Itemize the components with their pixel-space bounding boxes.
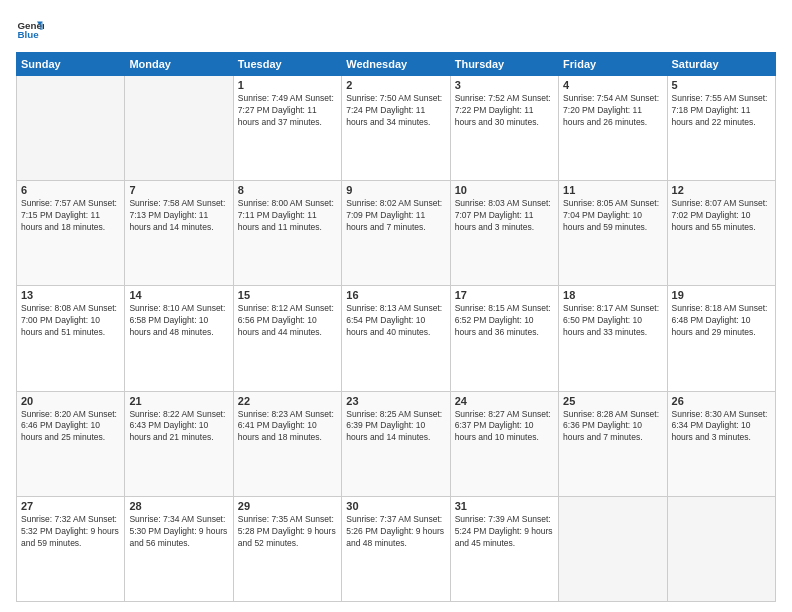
day-info: Sunrise: 7:34 AM Sunset: 5:30 PM Dayligh… — [129, 514, 228, 550]
calendar-cell: 15Sunrise: 8:12 AM Sunset: 6:56 PM Dayli… — [233, 286, 341, 391]
day-info: Sunrise: 8:02 AM Sunset: 7:09 PM Dayligh… — [346, 198, 445, 234]
day-number: 22 — [238, 395, 337, 407]
calendar-cell: 8Sunrise: 8:00 AM Sunset: 7:11 PM Daylig… — [233, 181, 341, 286]
day-info: Sunrise: 8:03 AM Sunset: 7:07 PM Dayligh… — [455, 198, 554, 234]
day-number: 19 — [672, 289, 771, 301]
day-number: 3 — [455, 79, 554, 91]
calendar-cell: 20Sunrise: 8:20 AM Sunset: 6:46 PM Dayli… — [17, 391, 125, 496]
calendar-week-row: 1Sunrise: 7:49 AM Sunset: 7:27 PM Daylig… — [17, 76, 776, 181]
day-info: Sunrise: 7:50 AM Sunset: 7:24 PM Dayligh… — [346, 93, 445, 129]
day-number: 26 — [672, 395, 771, 407]
calendar-week-row: 6Sunrise: 7:57 AM Sunset: 7:15 PM Daylig… — [17, 181, 776, 286]
day-number: 23 — [346, 395, 445, 407]
calendar-cell: 1Sunrise: 7:49 AM Sunset: 7:27 PM Daylig… — [233, 76, 341, 181]
day-info: Sunrise: 8:12 AM Sunset: 6:56 PM Dayligh… — [238, 303, 337, 339]
day-info: Sunrise: 7:54 AM Sunset: 7:20 PM Dayligh… — [563, 93, 662, 129]
day-number: 17 — [455, 289, 554, 301]
day-info: Sunrise: 8:22 AM Sunset: 6:43 PM Dayligh… — [129, 409, 228, 445]
calendar-cell: 14Sunrise: 8:10 AM Sunset: 6:58 PM Dayli… — [125, 286, 233, 391]
calendar-cell — [17, 76, 125, 181]
day-number: 9 — [346, 184, 445, 196]
calendar-cell: 4Sunrise: 7:54 AM Sunset: 7:20 PM Daylig… — [559, 76, 667, 181]
day-info: Sunrise: 8:18 AM Sunset: 6:48 PM Dayligh… — [672, 303, 771, 339]
calendar-cell: 28Sunrise: 7:34 AM Sunset: 5:30 PM Dayli… — [125, 496, 233, 601]
day-info: Sunrise: 8:00 AM Sunset: 7:11 PM Dayligh… — [238, 198, 337, 234]
weekday-header: Tuesday — [233, 53, 341, 76]
day-info: Sunrise: 8:30 AM Sunset: 6:34 PM Dayligh… — [672, 409, 771, 445]
day-number: 12 — [672, 184, 771, 196]
weekday-header: Wednesday — [342, 53, 450, 76]
day-number: 15 — [238, 289, 337, 301]
day-number: 1 — [238, 79, 337, 91]
weekday-header: Saturday — [667, 53, 775, 76]
calendar-cell: 23Sunrise: 8:25 AM Sunset: 6:39 PM Dayli… — [342, 391, 450, 496]
day-info: Sunrise: 8:05 AM Sunset: 7:04 PM Dayligh… — [563, 198, 662, 234]
calendar-week-row: 13Sunrise: 8:08 AM Sunset: 7:00 PM Dayli… — [17, 286, 776, 391]
calendar-cell: 11Sunrise: 8:05 AM Sunset: 7:04 PM Dayli… — [559, 181, 667, 286]
day-info: Sunrise: 7:52 AM Sunset: 7:22 PM Dayligh… — [455, 93, 554, 129]
day-number: 21 — [129, 395, 228, 407]
day-info: Sunrise: 8:17 AM Sunset: 6:50 PM Dayligh… — [563, 303, 662, 339]
day-info: Sunrise: 7:37 AM Sunset: 5:26 PM Dayligh… — [346, 514, 445, 550]
day-info: Sunrise: 8:15 AM Sunset: 6:52 PM Dayligh… — [455, 303, 554, 339]
calendar-cell: 30Sunrise: 7:37 AM Sunset: 5:26 PM Dayli… — [342, 496, 450, 601]
calendar-cell: 27Sunrise: 7:32 AM Sunset: 5:32 PM Dayli… — [17, 496, 125, 601]
weekday-header: Sunday — [17, 53, 125, 76]
day-number: 5 — [672, 79, 771, 91]
calendar-cell: 26Sunrise: 8:30 AM Sunset: 6:34 PM Dayli… — [667, 391, 775, 496]
calendar-week-row: 20Sunrise: 8:20 AM Sunset: 6:46 PM Dayli… — [17, 391, 776, 496]
day-number: 29 — [238, 500, 337, 512]
day-info: Sunrise: 8:13 AM Sunset: 6:54 PM Dayligh… — [346, 303, 445, 339]
day-info: Sunrise: 8:27 AM Sunset: 6:37 PM Dayligh… — [455, 409, 554, 445]
calendar-cell: 9Sunrise: 8:02 AM Sunset: 7:09 PM Daylig… — [342, 181, 450, 286]
header: General Blue — [16, 16, 776, 44]
day-number: 20 — [21, 395, 120, 407]
calendar-cell: 12Sunrise: 8:07 AM Sunset: 7:02 PM Dayli… — [667, 181, 775, 286]
day-number: 7 — [129, 184, 228, 196]
calendar-header-row: SundayMondayTuesdayWednesdayThursdayFrid… — [17, 53, 776, 76]
calendar-cell: 7Sunrise: 7:58 AM Sunset: 7:13 PM Daylig… — [125, 181, 233, 286]
day-number: 14 — [129, 289, 228, 301]
day-info: Sunrise: 7:49 AM Sunset: 7:27 PM Dayligh… — [238, 93, 337, 129]
weekday-header: Monday — [125, 53, 233, 76]
day-info: Sunrise: 8:25 AM Sunset: 6:39 PM Dayligh… — [346, 409, 445, 445]
calendar-cell: 16Sunrise: 8:13 AM Sunset: 6:54 PM Dayli… — [342, 286, 450, 391]
day-number: 31 — [455, 500, 554, 512]
day-number: 11 — [563, 184, 662, 196]
day-number: 10 — [455, 184, 554, 196]
calendar-cell: 31Sunrise: 7:39 AM Sunset: 5:24 PM Dayli… — [450, 496, 558, 601]
day-info: Sunrise: 7:57 AM Sunset: 7:15 PM Dayligh… — [21, 198, 120, 234]
calendar-cell: 22Sunrise: 8:23 AM Sunset: 6:41 PM Dayli… — [233, 391, 341, 496]
calendar-cell — [125, 76, 233, 181]
day-info: Sunrise: 8:08 AM Sunset: 7:00 PM Dayligh… — [21, 303, 120, 339]
day-number: 25 — [563, 395, 662, 407]
calendar-table: SundayMondayTuesdayWednesdayThursdayFrid… — [16, 52, 776, 602]
day-number: 30 — [346, 500, 445, 512]
calendar-week-row: 27Sunrise: 7:32 AM Sunset: 5:32 PM Dayli… — [17, 496, 776, 601]
day-info: Sunrise: 8:10 AM Sunset: 6:58 PM Dayligh… — [129, 303, 228, 339]
calendar-cell: 13Sunrise: 8:08 AM Sunset: 7:00 PM Dayli… — [17, 286, 125, 391]
weekday-header: Thursday — [450, 53, 558, 76]
calendar-cell — [667, 496, 775, 601]
day-number: 6 — [21, 184, 120, 196]
day-info: Sunrise: 8:20 AM Sunset: 6:46 PM Dayligh… — [21, 409, 120, 445]
svg-text:Blue: Blue — [17, 29, 39, 40]
day-number: 2 — [346, 79, 445, 91]
calendar-cell: 3Sunrise: 7:52 AM Sunset: 7:22 PM Daylig… — [450, 76, 558, 181]
calendar-cell — [559, 496, 667, 601]
day-number: 27 — [21, 500, 120, 512]
day-info: Sunrise: 8:28 AM Sunset: 6:36 PM Dayligh… — [563, 409, 662, 445]
day-info: Sunrise: 7:32 AM Sunset: 5:32 PM Dayligh… — [21, 514, 120, 550]
day-info: Sunrise: 8:23 AM Sunset: 6:41 PM Dayligh… — [238, 409, 337, 445]
day-info: Sunrise: 7:58 AM Sunset: 7:13 PM Dayligh… — [129, 198, 228, 234]
day-number: 16 — [346, 289, 445, 301]
calendar-cell: 6Sunrise: 7:57 AM Sunset: 7:15 PM Daylig… — [17, 181, 125, 286]
calendar-cell: 10Sunrise: 8:03 AM Sunset: 7:07 PM Dayli… — [450, 181, 558, 286]
calendar-cell: 18Sunrise: 8:17 AM Sunset: 6:50 PM Dayli… — [559, 286, 667, 391]
calendar-cell: 21Sunrise: 8:22 AM Sunset: 6:43 PM Dayli… — [125, 391, 233, 496]
calendar-cell: 29Sunrise: 7:35 AM Sunset: 5:28 PM Dayli… — [233, 496, 341, 601]
calendar-cell: 19Sunrise: 8:18 AM Sunset: 6:48 PM Dayli… — [667, 286, 775, 391]
calendar-cell: 5Sunrise: 7:55 AM Sunset: 7:18 PM Daylig… — [667, 76, 775, 181]
day-number: 8 — [238, 184, 337, 196]
day-info: Sunrise: 7:39 AM Sunset: 5:24 PM Dayligh… — [455, 514, 554, 550]
